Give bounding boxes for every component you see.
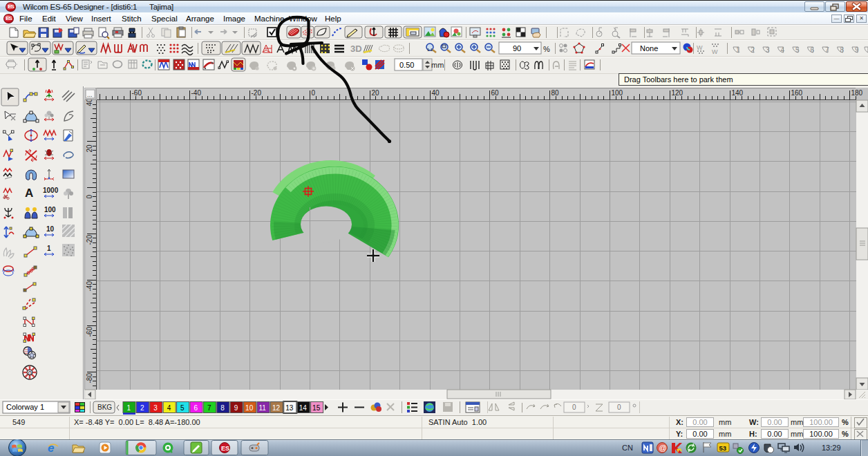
svg-text:%: % [543,45,550,53]
svg-text:1: 1 [736,46,740,54]
svg-text:4: 4 [781,46,785,54]
svg-text:3D: 3D [350,44,362,54]
svg-text:53: 53 [719,444,727,452]
svg-text:...: ... [87,91,93,98]
svg-text:160: 160 [791,89,803,97]
svg-text:-60: -60 [86,327,93,337]
svg-text:9: 9 [234,404,238,412]
svg-text:8: 8 [220,404,225,412]
svg-text:A: A [25,187,33,200]
svg-text:0: 0 [28,370,32,377]
svg-text:60: 60 [491,89,500,97]
svg-text:90: 90 [513,44,521,53]
svg-text:8: 8 [840,46,845,54]
svg-text:11: 11 [259,404,267,412]
svg-text:10: 10 [245,404,254,412]
svg-text:6: 6 [194,404,198,412]
svg-text:0: 0 [617,403,621,411]
svg-text:ES: ES [221,445,229,452]
svg-text:-40: -40 [86,281,93,292]
svg-text:15: 15 [312,404,321,412]
svg-text:10: 10 [46,225,55,233]
svg-text:9: 9 [855,46,859,54]
svg-text:80: 80 [551,89,560,97]
svg-text:3: 3 [153,404,158,412]
svg-text:120: 120 [672,89,683,97]
svg-text:W: W [712,48,718,55]
svg-text:2: 2 [140,404,144,412]
svg-text:-20: -20 [86,235,93,245]
svg-text:1: 1 [47,245,51,252]
svg-text:14: 14 [299,404,308,412]
svg-text:-40: -40 [191,89,202,97]
svg-text:3: 3 [766,46,770,54]
svg-text:-20: -20 [252,89,262,97]
svg-text:4: 4 [167,404,171,412]
svg-text:100: 100 [612,89,623,97]
svg-text:e: e [48,441,54,455]
svg-text:7: 7 [207,404,211,412]
svg-text:CN: CN [622,444,633,452]
svg-text:100: 100 [44,206,56,213]
svg-text:@: @ [659,444,667,452]
svg-text:7: 7 [825,46,829,54]
svg-text:0: 0 [572,403,576,411]
svg-text:180: 180 [851,89,863,97]
svg-text:13:29: 13:29 [822,444,841,452]
svg-text:1: 1 [127,404,131,412]
svg-text:BKG: BKG [97,403,112,411]
svg-text:20: 20 [86,144,93,153]
svg-text:-60: -60 [132,89,142,97]
svg-text:40: 40 [432,89,440,97]
svg-text:5: 5 [180,404,185,412]
svg-text:None: None [640,44,658,53]
svg-text:0.50: 0.50 [399,61,414,69]
svg-text:Colorway 1: Colorway 1 [6,403,44,411]
svg-text:1:1: 1:1 [427,48,433,52]
svg-text:1000: 1000 [43,187,59,194]
svg-text:140: 140 [732,89,744,97]
svg-text:0: 0 [312,89,316,97]
svg-text:13: 13 [285,404,294,412]
svg-text:W: W [697,44,703,51]
svg-text:5: 5 [795,46,800,54]
svg-text:6: 6 [811,46,815,54]
svg-text:20: 20 [372,89,380,97]
svg-text:12: 12 [272,404,281,412]
svg-text:0: 0 [86,195,93,199]
svg-text:mm: mm [431,61,444,69]
svg-text:-80: -80 [86,373,93,383]
svg-text:2: 2 [751,46,755,54]
